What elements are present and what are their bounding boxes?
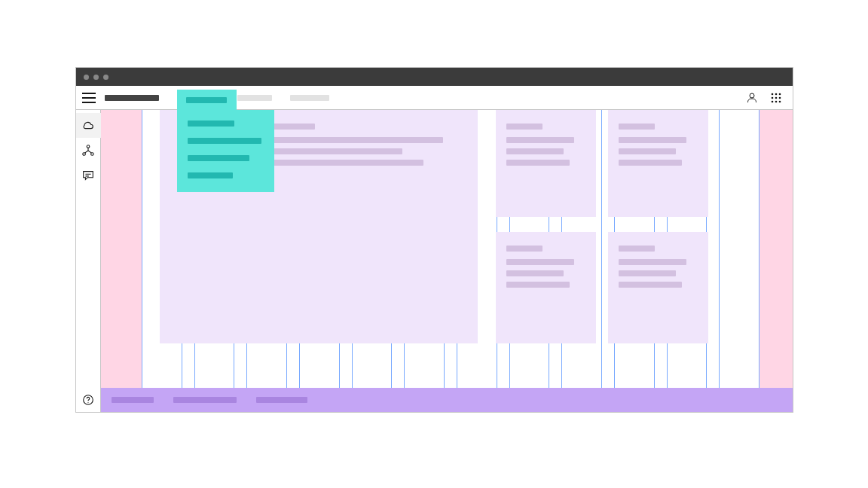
svg-point-14 [87, 402, 88, 403]
window-maximize-dot[interactable] [103, 75, 108, 80]
svg-point-1 [772, 93, 774, 95]
svg-point-8 [775, 100, 778, 102]
status-item-2 [173, 397, 237, 403]
rail-help-icon[interactable] [76, 387, 101, 412]
app-window [75, 67, 793, 413]
header-tab-2[interactable] [237, 95, 272, 101]
menu-item-1[interactable] [188, 120, 234, 127]
main-line-3 [265, 160, 423, 166]
content-card-b [608, 110, 708, 217]
app-name-label [105, 95, 159, 101]
svg-point-3 [779, 93, 781, 95]
page-margin-right [760, 110, 793, 388]
svg-point-10 [87, 145, 90, 148]
dropdown-menu [177, 110, 274, 192]
content-card-c [496, 232, 596, 343]
content-card-a [496, 110, 596, 217]
menu-item-4[interactable] [188, 172, 233, 178]
hamburger-menu-icon[interactable] [82, 93, 96, 103]
menu-item-2[interactable] [188, 138, 261, 144]
rail-chat-icon[interactable] [76, 163, 101, 188]
svg-point-7 [772, 100, 774, 102]
rail-network-icon[interactable] [76, 138, 101, 163]
status-bar [101, 388, 793, 412]
apps-grid-icon[interactable] [769, 90, 784, 105]
svg-point-0 [750, 93, 754, 98]
content-card-d [608, 232, 708, 343]
page-margin-left [101, 110, 142, 388]
user-icon[interactable] [744, 90, 760, 105]
header-tab-1-active[interactable] [177, 90, 237, 110]
window-title-bar [76, 68, 793, 86]
header-tab-3[interactable] [290, 95, 329, 101]
status-item-3 [256, 397, 307, 403]
rail-cloud-icon[interactable] [76, 113, 101, 138]
svg-point-4 [772, 96, 774, 99]
menu-item-3[interactable] [188, 155, 249, 161]
svg-point-5 [775, 96, 778, 99]
window-close-dot[interactable] [84, 75, 89, 80]
main-line-1 [265, 137, 443, 143]
window-minimize-dot[interactable] [93, 75, 99, 80]
status-item-1 [112, 397, 154, 403]
svg-point-2 [775, 93, 778, 95]
svg-point-6 [779, 96, 781, 99]
svg-point-9 [779, 100, 781, 102]
side-rail [76, 110, 101, 412]
main-line-2 [265, 148, 402, 154]
